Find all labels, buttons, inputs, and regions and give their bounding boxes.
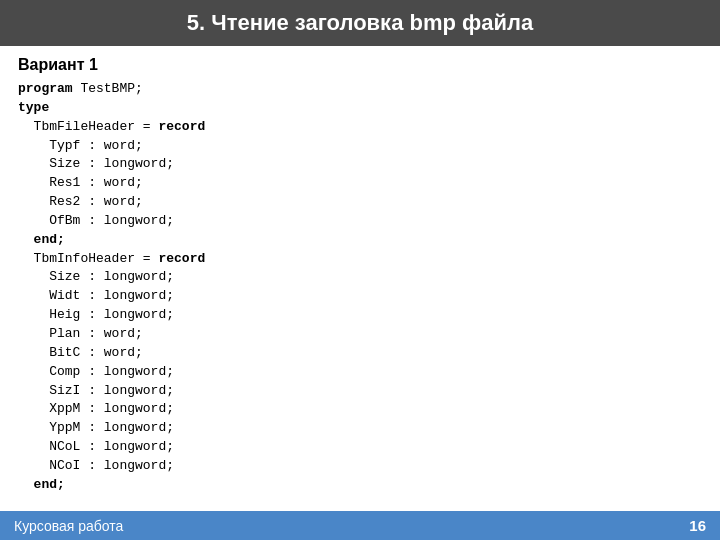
code-record-kw1: record bbox=[158, 119, 205, 134]
code-record-kw2: record bbox=[158, 251, 205, 266]
footer-label: Курсовая работа bbox=[14, 518, 123, 534]
slide-title: 5. Чтение заголовка bmp файла bbox=[0, 0, 720, 46]
slide-footer: Курсовая работа 16 bbox=[0, 511, 720, 540]
title-text: 5. Чтение заголовка bmp файла bbox=[187, 10, 534, 35]
code-end-kw2: end; bbox=[34, 477, 65, 492]
code-end-kw1: end; bbox=[34, 232, 65, 247]
code-block: program TestBMP; type TbmFileHeader = re… bbox=[18, 80, 702, 495]
code-program-kw: program bbox=[18, 81, 73, 96]
slide-content: Вариант 1 program TestBMP; type TbmFileH… bbox=[0, 46, 720, 511]
page-number: 16 bbox=[689, 517, 706, 534]
variant-label: Вариант 1 bbox=[18, 56, 702, 74]
code-type-kw: type bbox=[18, 100, 49, 115]
